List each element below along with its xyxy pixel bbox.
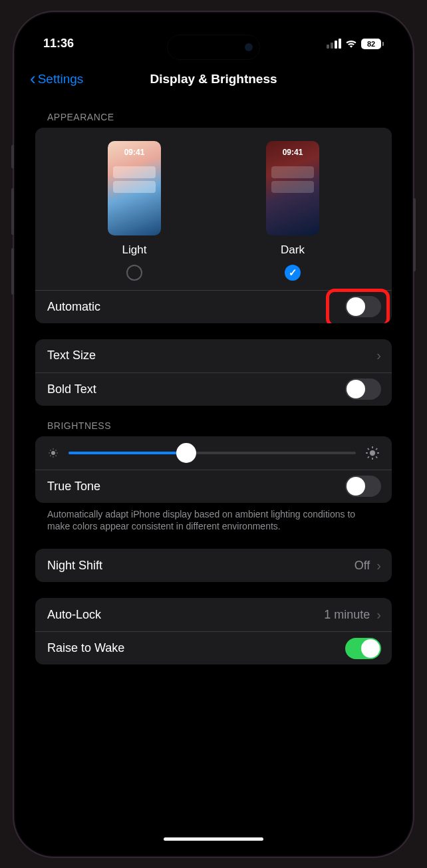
- text-group: Text Size › Bold Text: [35, 339, 392, 406]
- bold-text-toggle[interactable]: [345, 378, 381, 400]
- svg-rect-15: [375, 456, 378, 458]
- chevron-right-icon: ›: [376, 348, 381, 363]
- true-tone-label: True Tone: [47, 480, 100, 494]
- cellular-signal-icon: [327, 39, 341, 49]
- svg-point-5: [50, 450, 51, 451]
- auto-lock-row[interactable]: Auto-Lock 1 minute ›: [35, 598, 392, 631]
- raise-to-wake-toggle[interactable]: [345, 638, 381, 659]
- chevron-right-icon: ›: [376, 558, 381, 573]
- brightness-slider-row: [35, 436, 392, 470]
- page-title: Display & Brightness: [150, 72, 277, 86]
- night-shift-group: Night Shift Off ›: [35, 549, 392, 582]
- svg-rect-11: [372, 457, 373, 459]
- night-shift-value: Off: [355, 559, 370, 573]
- auto-lock-value: 1 minute: [324, 608, 370, 622]
- brightness-section-header: BRIGHTNESS: [35, 406, 392, 436]
- lock-wake-group: Auto-Lock 1 minute › Raise to Wake: [35, 598, 392, 664]
- back-label: Settings: [38, 72, 84, 86]
- appearance-group: 09:41 Light 09:41: [35, 128, 392, 323]
- true-tone-toggle[interactable]: [345, 476, 381, 497]
- home-indicator[interactable]: [164, 837, 263, 841]
- brightness-slider[interactable]: [69, 452, 356, 454]
- dark-radio[interactable]: ✓: [285, 265, 301, 281]
- battery-percent: 82: [361, 39, 381, 49]
- bold-text-row: Bold Text: [35, 372, 392, 406]
- appearance-section-header: APPEARANCE: [35, 97, 392, 128]
- light-radio[interactable]: [126, 265, 142, 281]
- svg-rect-10: [372, 446, 373, 448]
- svg-point-7: [50, 455, 51, 456]
- raise-to-wake-row: Raise to Wake: [35, 631, 392, 664]
- svg-point-9: [370, 450, 375, 455]
- svg-point-8: [55, 450, 57, 451]
- svg-rect-12: [366, 452, 368, 454]
- svg-rect-13: [377, 452, 379, 454]
- automatic-label: Automatic: [47, 300, 100, 314]
- svg-rect-14: [367, 448, 370, 450]
- dark-preview-thumb: 09:41: [266, 141, 319, 235]
- appearance-dark-option[interactable]: 09:41 Dark ✓: [266, 141, 319, 281]
- automatic-toggle[interactable]: [345, 296, 381, 317]
- sun-max-icon: [365, 446, 380, 460]
- camera-dot: [245, 43, 253, 51]
- light-preview-thumb: 09:41: [108, 141, 161, 235]
- night-shift-row[interactable]: Night Shift Off ›: [35, 549, 392, 582]
- svg-rect-17: [367, 456, 370, 458]
- true-tone-footer: Automatically adapt iPhone display based…: [35, 503, 392, 533]
- chevron-left-icon: ‹: [30, 69, 36, 89]
- true-tone-row: True Tone: [35, 470, 392, 503]
- raise-to-wake-label: Raise to Wake: [47, 641, 124, 655]
- svg-point-3: [49, 452, 50, 454]
- back-button[interactable]: ‹ Settings: [30, 69, 83, 89]
- light-label: Light: [122, 243, 147, 257]
- svg-point-2: [53, 456, 54, 458]
- svg-point-4: [57, 452, 58, 454]
- appearance-light-option[interactable]: 09:41 Light: [108, 141, 161, 281]
- svg-point-1: [53, 448, 54, 450]
- dynamic-island: [167, 35, 260, 60]
- chevron-right-icon: ›: [376, 607, 381, 623]
- svg-point-0: [51, 451, 55, 455]
- svg-point-6: [55, 455, 57, 456]
- wifi-icon: [345, 39, 357, 49]
- nav-bar: ‹ Settings Display & Brightness: [23, 61, 404, 97]
- bold-text-label: Bold Text: [47, 382, 96, 396]
- automatic-row: Automatic: [35, 290, 392, 323]
- status-time: 11:36: [43, 37, 123, 51]
- phone-frame: 11:36 82 ‹: [14, 12, 413, 857]
- brightness-group: True Tone: [35, 436, 392, 503]
- text-size-label: Text Size: [47, 349, 96, 362]
- battery-icon: 82: [361, 39, 384, 49]
- sun-min-icon: [47, 447, 59, 459]
- dark-label: Dark: [281, 243, 305, 257]
- checkmark-icon: ✓: [289, 267, 297, 279]
- text-size-row[interactable]: Text Size ›: [35, 339, 392, 372]
- svg-rect-16: [375, 448, 378, 450]
- auto-lock-label: Auto-Lock: [47, 608, 101, 622]
- night-shift-label: Night Shift: [47, 559, 102, 573]
